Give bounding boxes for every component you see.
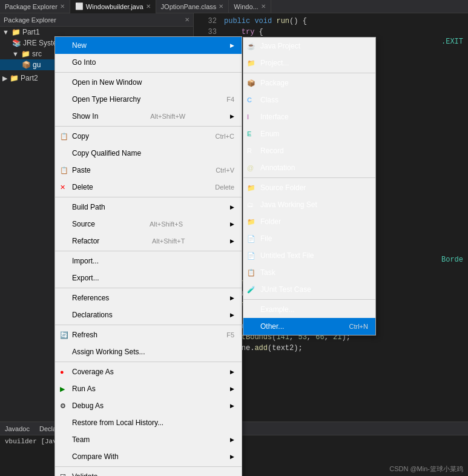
ctx-item-team[interactable]: Team — [55, 431, 242, 448]
ctx-item-restore-local-history[interactable]: Restore from Local History... — [55, 414, 242, 431]
src-expand-icon: ▼ — [12, 50, 19, 58]
ctx-item-references[interactable]: References — [55, 289, 242, 306]
coverage-icon: ● — [60, 366, 64, 378]
submenu-package[interactable]: 📦 Package — [243, 74, 375, 91]
submenu-java-working-set[interactable]: 🗂 Java Working Set — [243, 196, 375, 213]
tab-windowbuilder[interactable]: ⬜ Windowbuilder.java ✕ — [70, 0, 156, 13]
submenu-file[interactable]: 📄 File — [243, 230, 375, 247]
submenu-source-folder-label: Source Folder — [260, 182, 306, 194]
ctx-sep2 — [55, 126, 242, 127]
tab-joptionpane[interactable]: JOptionPane.class ✕ — [156, 0, 229, 13]
ctx-item-refactor[interactable]: Refactor Alt+Shift+T — [55, 233, 242, 250]
submenu-folder-label: Folder — [260, 216, 281, 228]
package-explorer-title: Package Explorer ✕ — [0, 13, 193, 27]
ctx-item-paste[interactable]: 📋 Paste Ctrl+V — [55, 162, 242, 179]
submenu-interface-label: Interface — [260, 111, 289, 123]
context-menu: New ☕ Java Project 📁 Project... 📦 Packag… — [54, 36, 242, 476]
submenu-sep2 — [243, 177, 375, 178]
submenu-annotation[interactable]: @ Annotation — [243, 159, 375, 176]
ctx-item-run-as[interactable]: ▶ Run As — [55, 380, 242, 397]
submenu-source-folder[interactable]: 📁 Source Folder — [243, 179, 375, 196]
ctx-new-label: New — [72, 39, 87, 51]
ctx-item-import[interactable]: Import... — [55, 253, 242, 269]
package-icon: 📦 — [247, 77, 255, 89]
ctx-item-open-type-hierarchy[interactable]: Open Type Hierarchy F4 — [55, 91, 242, 108]
ctx-open-type-hierarchy-label: Open Type Hierarchy — [72, 93, 140, 105]
src-icon: 📁 — [21, 50, 30, 58]
expand-icon: ▼ — [2, 28, 9, 36]
record-icon: R — [247, 145, 252, 157]
close-windowbuilder-icon[interactable]: ✕ — [146, 3, 151, 10]
tab-package-explorer[interactable]: Package Explorer ✕ — [0, 0, 70, 13]
ctx-references-label: References — [72, 292, 109, 304]
ctx-sep3 — [55, 197, 242, 197]
refresh-icon: 🔄 — [60, 329, 68, 341]
submenu-other[interactable]: Other... Ctrl+N — [243, 318, 375, 335]
submenu-folder[interactable]: 📁 Folder — [243, 213, 375, 230]
ctx-item-build-path[interactable]: Build Path — [55, 199, 242, 216]
ctx-item-declarations[interactable]: Declarations — [55, 306, 242, 323]
submenu-project[interactable]: 📁 Project... — [243, 55, 375, 71]
ctx-item-debug-as[interactable]: ⚙ Debug As — [55, 397, 242, 414]
ctx-copy-label: Copy — [72, 130, 89, 142]
watermark: CSDN @Min-篮球小菜鸡 — [389, 464, 463, 474]
ctx-item-show-in[interactable]: Show In Alt+Shift+W — [55, 108, 242, 125]
ctx-item-compare-with[interactable]: Compare With — [55, 448, 242, 465]
gu-icon: 📦 — [22, 61, 31, 69]
ctx-coverage-as-label: Coverage As — [72, 366, 114, 378]
submenu-enum[interactable]: E Enum — [243, 125, 375, 142]
ctx-item-refresh[interactable]: 🔄 Refresh F5 — [55, 326, 242, 343]
ctx-item-coverage-as[interactable]: ● Coverage As — [55, 363, 242, 380]
close-windo-icon[interactable]: ✕ — [261, 3, 266, 10]
close-package-explorer-icon[interactable]: ✕ — [60, 3, 65, 10]
validate-icon: ☑ — [60, 471, 66, 476]
ctx-paste-label: Paste — [72, 164, 91, 176]
ctx-item-source[interactable]: Source Alt+Shift+S — [55, 216, 242, 233]
submenu-other-shortcut: Ctrl+N — [349, 320, 368, 332]
ctx-sep1 — [55, 72, 242, 73]
ctx-item-export[interactable]: Export... — [55, 269, 242, 286]
tab-javadoc[interactable]: Javadoc — [0, 422, 35, 435]
submenu-file-label: File — [260, 233, 272, 245]
submenu-java-project[interactable]: ☕ Java Project — [243, 38, 375, 55]
submenu-untitled-text-file-label: Untitled Text File — [260, 250, 314, 262]
ctx-item-copy-qualified[interactable]: Copy Qualified Name — [55, 145, 242, 162]
ctx-item-validate[interactable]: ☑ Validate — [55, 468, 242, 476]
tab-windowbuilder-icon: ⬜ — [75, 2, 84, 10]
project-icon: 📁 — [247, 57, 255, 69]
tab-package-explorer-label: Package Explorer — [5, 3, 58, 10]
tab-windo[interactable]: Windo... ✕ — [229, 0, 271, 13]
folder-icon: 📁 — [247, 216, 255, 228]
submenu-record[interactable]: R Record — [243, 142, 375, 159]
ctx-copy-qualified-label: Copy Qualified Name — [72, 147, 141, 159]
ctx-item-new[interactable]: New ☕ Java Project 📁 Project... 📦 Packag… — [55, 37, 242, 54]
close-joptionpane-icon[interactable]: ✕ — [219, 3, 223, 10]
ctx-item-delete[interactable]: ✕ Delete Delete — [55, 179, 242, 196]
submenu-class[interactable]: C Class — [243, 91, 375, 108]
submenu-interface[interactable]: I Interface — [243, 108, 375, 125]
ctx-source-label: Source — [72, 218, 95, 230]
panel-close-icon[interactable]: ✕ — [185, 16, 190, 23]
tree-item-src-label: src — [32, 50, 42, 58]
ctx-item-go-into[interactable]: Go Into — [55, 54, 242, 71]
submenu-other-label: Other... — [260, 320, 284, 332]
submenu-example-label: Example... — [260, 303, 295, 316]
submenu-junit-test-case[interactable]: 🧪 JUnit Test Case — [243, 281, 375, 298]
ctx-export-label: Export... — [72, 272, 99, 284]
ctx-item-open-new-window[interactable]: Open in New Window — [55, 74, 242, 91]
ctx-item-copy[interactable]: 📋 Copy Ctrl+C — [55, 128, 242, 145]
tab-bar: Package Explorer ✕ ⬜ Windowbuilder.java … — [0, 0, 468, 13]
ctx-item-assign-working-sets[interactable]: Assign Working Sets... — [55, 343, 242, 360]
annotation-icon: @ — [247, 162, 254, 174]
submenu-task[interactable]: 📋 Task — [243, 264, 375, 281]
ctx-copy-shortcut: Ctrl+C — [216, 130, 234, 142]
untitled-file-icon: 📄 — [247, 250, 255, 262]
submenu-untitled-text-file[interactable]: 📄 Untitled Text File — [243, 247, 375, 264]
part1-icon: 📁 — [12, 28, 21, 36]
ctx-open-new-window-label: Open in New Window — [72, 76, 142, 88]
java-working-set-icon: 🗂 — [247, 199, 254, 211]
ctx-delete-shortcut: Delete — [215, 181, 234, 193]
ctx-delete-label: Delete — [72, 181, 93, 193]
submenu-example[interactable]: Example... — [243, 301, 375, 318]
task-icon: 📋 — [247, 266, 255, 279]
